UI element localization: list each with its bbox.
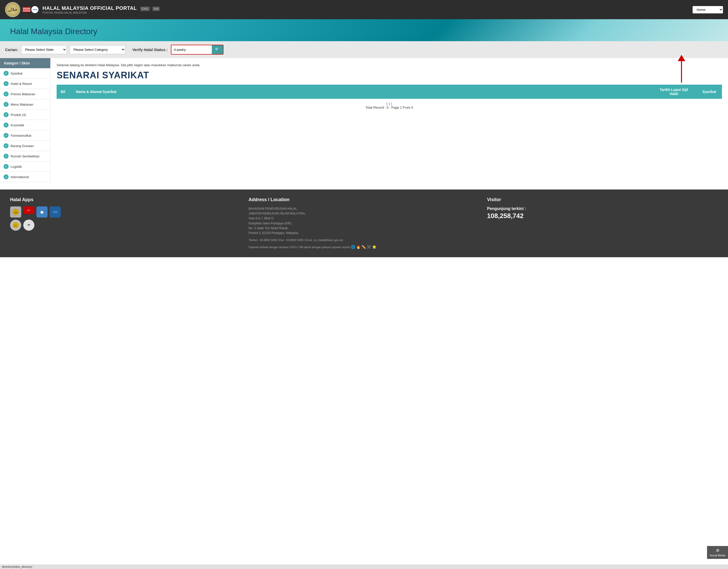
pagination-links: [ 1 ]: [60, 102, 719, 106]
sidebar-label-syarikat: Syarikat: [11, 72, 22, 75]
results-table: Bil Nama & Alamat Syarikat Tarikh Luput …: [57, 85, 722, 113]
footer-address-section: Address / Location BAHAGIAN PENGURUSAN H…: [248, 197, 479, 250]
sidebar-item-farmasi[interactable]: ✓ Farmaseutikal: [0, 130, 50, 141]
footer-address: BAHAGIAN PENGURUSAN HALAL, JABATAN KEMAJ…: [248, 207, 479, 236]
malaysia-flag-icon: [23, 7, 30, 12]
sidebar: Kategori / Skim ✓ Syarikat ✓ Hotel & Res…: [0, 58, 51, 185]
footer-resolution: Paparan terbaik dengan resolusi 1024 x 7…: [248, 244, 479, 250]
halal-logo: حلال: [5, 2, 20, 17]
sidebar-item-premis[interactable]: ✓ Premis Makanan: [0, 89, 50, 99]
sidebar-item-international[interactable]: ✓ International: [0, 172, 50, 182]
check-icon: ✓: [4, 81, 9, 86]
footer-apps-section: Halal Apps حلال MY ◆ CCM حلال ❤: [10, 197, 241, 250]
app-logo-ccm[interactable]: CCM: [50, 207, 61, 218]
col-header-syarikat: Syarikat: [697, 85, 722, 99]
verify-input-wrap: 🔍: [171, 45, 223, 55]
sidebar-label-menu: Menu Makanan: [11, 103, 33, 106]
sidebar-item-hotel[interactable]: ✓ Hotel & Resort: [0, 79, 50, 89]
app-logo-app1[interactable]: ◆: [36, 207, 48, 218]
col-header-nama: Nama & Alamat Syarikat: [72, 85, 651, 99]
state-select[interactable]: Please Select State: [21, 45, 67, 54]
total-record: Total Record : 0 - Page 1 From 0: [60, 106, 719, 109]
sidebar-item-barang[interactable]: ✓ Barang Gunaan: [0, 141, 50, 151]
check-icon: ✓: [4, 102, 9, 107]
sidebar-label-barang: Barang Gunaan: [11, 144, 34, 148]
footer-visitor-title: Visitor: [487, 197, 718, 203]
search-bar: Carian: Please Select State Please Selec…: [0, 41, 728, 58]
carian-label: Carian:: [5, 48, 18, 52]
logo-area: حلال JAKIM: [5, 2, 38, 17]
footer-contact: Telefon : 03-8892 5000 | Fax : 03-8892 5…: [248, 238, 479, 243]
visitor-number: 108,258,742: [487, 212, 718, 220]
content-area: Selamat datang ke direktori Halal Malays…: [51, 58, 728, 185]
check-icon: ✓: [4, 143, 9, 148]
sidebar-label-hotel: Hotel & Resort: [11, 82, 32, 86]
sidebar-item-menu[interactable]: ✓ Menu Makanan: [0, 99, 50, 110]
footer-address-title: Address / Location: [248, 197, 479, 203]
check-icon: ✓: [4, 154, 9, 159]
category-select[interactable]: Please Select Category: [70, 45, 125, 54]
sidebar-label-premis: Premis Makanan: [11, 92, 35, 96]
footer-visitor-section: Visitor Pengunjung terkini : 108,258,742: [487, 197, 718, 250]
app-logo-round2[interactable]: ❤: [23, 220, 34, 231]
sidebar-item-rumah[interactable]: ✓ Rumah Sembelihan: [0, 151, 50, 162]
sidebar-item-kosmetik[interactable]: ✓ Kosmetik: [0, 120, 50, 130]
sidebar-item-produk[interactable]: ✓ Produk (4): [0, 110, 50, 120]
banner: Halal Malaysia Directory: [0, 19, 728, 41]
portal-subtitle: PORTAL RASMI HALAL MALAYSIA: [42, 11, 689, 14]
col-header-bil: Bil: [57, 85, 72, 99]
header-title-area: HALAL MALAYSIA OFFICIAL PORTAL ENG BM PO…: [42, 5, 689, 14]
banner-title: Halal Malaysia Directory: [10, 27, 718, 36]
lang-eng[interactable]: ENG: [140, 7, 150, 11]
footer: Halal Apps حلال MY ◆ CCM حلال ❤ Addre: [0, 190, 728, 257]
check-icon: ✓: [4, 112, 9, 117]
check-icon: ✓: [4, 133, 9, 138]
header-nav: Home: [693, 6, 723, 13]
table-pagination: [ 1 ] Total Record : 0 - Page 1 From 0: [57, 99, 722, 113]
jakim-logo: JAKIM: [31, 6, 38, 13]
verify-label: Verify Halal Status :: [132, 48, 168, 52]
check-icon: ✓: [4, 123, 9, 128]
sidebar-label-logistik: Logistik: [11, 165, 22, 169]
nav-dropdown[interactable]: Home: [693, 6, 723, 13]
col-header-tarikh: Tarikh Luput Sijil Halal: [651, 85, 697, 99]
portal-title: HALAL MALAYSIA OFFICIAL PORTAL ENG BM: [42, 5, 689, 11]
welcome-text: Selamat datang ke direktori Halal Malays…: [57, 63, 722, 67]
app-logo-flag[interactable]: MY: [23, 207, 34, 214]
header: حلال JAKIM HALAL MALAYSIA OFFICIAL PORTA…: [0, 0, 728, 19]
sidebar-item-logistik[interactable]: ✓ Logistik: [0, 162, 50, 172]
verify-search-button[interactable]: 🔍: [212, 45, 223, 54]
check-icon: ✓: [4, 174, 9, 179]
footer-apps-logos-2: حلال ❤: [10, 220, 241, 231]
footer-apps-logos: حلال MY ◆ CCM: [10, 207, 241, 218]
svg-text:حلال: حلال: [14, 212, 18, 214]
check-icon: ✓: [4, 164, 9, 169]
sidebar-label-farmasi: Farmaseutikal: [11, 134, 31, 138]
verify-input[interactable]: [171, 46, 212, 53]
visitor-count: Pengunjung terkini : 108,258,742: [487, 207, 718, 220]
section-title: SENARAI SYARIKAT: [57, 70, 722, 81]
svg-text:حلال: حلال: [14, 225, 17, 227]
sidebar-label-produk: Produk (4): [11, 113, 26, 117]
check-icon: ✓: [4, 92, 9, 97]
app-logo-jakim[interactable]: حلال: [10, 207, 21, 218]
sidebar-label-rumah: Rumah Sembelihan: [11, 154, 39, 158]
app-logo-round1[interactable]: حلال: [10, 220, 21, 231]
footer-apps-title: Halal Apps: [10, 197, 241, 203]
main-content: Kategori / Skim ✓ Syarikat ✓ Hotel & Res…: [0, 58, 728, 185]
sidebar-label-kosmetik: Kosmetik: [11, 123, 24, 127]
sidebar-item-syarikat[interactable]: ✓ Syarikat: [0, 68, 50, 79]
flag-icons: JAKIM: [23, 6, 38, 13]
arrow-container: SENARAI SYARIKAT: [57, 70, 722, 81]
lang-bm[interactable]: BM: [152, 7, 160, 11]
sidebar-header: Kategori / Skim: [0, 58, 50, 68]
sidebar-label-international: International: [11, 175, 29, 179]
check-icon: ✓: [4, 71, 9, 76]
page-link-1[interactable]: [ 1 ]: [386, 102, 392, 106]
visitor-label: Pengunjung terkini :: [487, 207, 718, 211]
